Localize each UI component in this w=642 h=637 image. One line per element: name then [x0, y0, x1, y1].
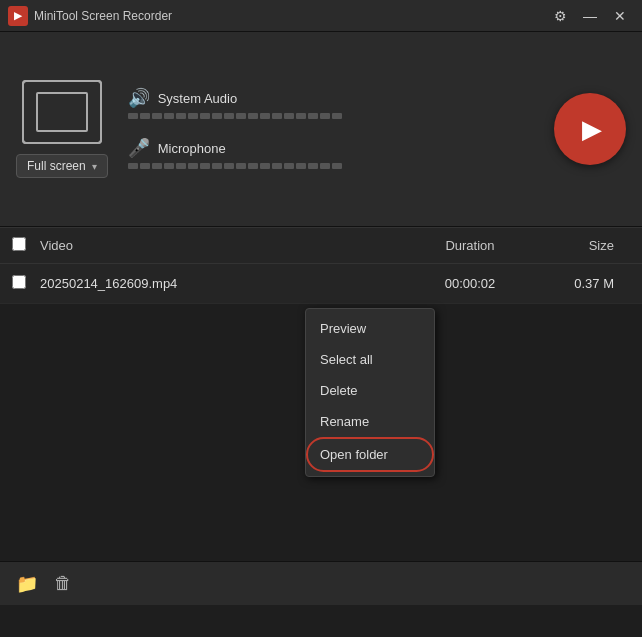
full-screen-label: Full screen [27, 159, 86, 173]
mic-audio-meter [128, 163, 534, 171]
column-header-size: Size [530, 238, 630, 253]
chevron-down-icon: ▾ [92, 161, 97, 172]
table-row[interactable]: 20250214_162609.mp4 00:00:02 0.37 M [0, 264, 642, 304]
open-folder-wrapper: Open folder [306, 437, 434, 472]
microphone-label: Microphone [158, 141, 226, 156]
window-controls: ⚙ — ✕ [546, 4, 634, 28]
record-button[interactable]: ▶ [554, 93, 626, 165]
context-menu-delete[interactable]: Delete [306, 375, 434, 406]
minimize-button[interactable]: — [576, 4, 604, 28]
system-audio-row: 🔊 System Audio [128, 87, 534, 121]
file-list-area: Video Duration Size 20250214_162609.mp4 … [0, 228, 642, 561]
row-checkbox[interactable] [12, 275, 26, 289]
column-header-video: Video [40, 238, 410, 253]
context-menu: Preview Select all Delete Rename Open fo… [305, 308, 435, 477]
close-button[interactable]: ✕ [606, 4, 634, 28]
row-duration: 00:00:02 [410, 276, 530, 291]
title-bar: ▶ MiniTool Screen Recorder ⚙ — ✕ [0, 0, 642, 32]
screen-inner [36, 92, 88, 132]
microphone-header: 🎤 Microphone [128, 137, 534, 159]
app-icon: ▶ [8, 6, 28, 26]
microphone-row: 🎤 Microphone [128, 137, 534, 171]
system-audio-label: System Audio [158, 91, 238, 106]
table-header: Video Duration Size [0, 228, 642, 264]
context-menu-select-all[interactable]: Select all [306, 344, 434, 375]
column-header-duration: Duration [410, 238, 530, 253]
top-panel: Full screen ▾ 🔊 System Audio 🎤 Microphon… [0, 32, 642, 227]
microphone-icon: 🎤 [128, 137, 150, 159]
context-menu-preview[interactable]: Preview [306, 313, 434, 344]
row-filename: 20250214_162609.mp4 [40, 276, 410, 291]
system-audio-meter [128, 113, 534, 121]
context-menu-open-folder[interactable]: Open folder [314, 441, 426, 468]
audio-section: 🔊 System Audio 🎤 Microphone [128, 87, 534, 171]
screen-frame [22, 80, 102, 144]
context-menu-rename[interactable]: Rename [306, 406, 434, 437]
delete-icon[interactable]: 🗑 [54, 573, 72, 594]
select-all-checkbox[interactable] [12, 237, 26, 251]
bottom-bar: 📁 🗑 [0, 561, 642, 605]
app-title: MiniTool Screen Recorder [34, 9, 546, 23]
full-screen-button[interactable]: Full screen ▾ [16, 154, 108, 178]
system-audio-header: 🔊 System Audio [128, 87, 534, 109]
speaker-icon: 🔊 [128, 87, 150, 109]
play-icon: ▶ [582, 114, 602, 145]
capture-section: Full screen ▾ [16, 80, 108, 178]
settings-button[interactable]: ⚙ [546, 4, 574, 28]
open-folder-icon[interactable]: 📁 [16, 573, 38, 595]
row-size: 0.37 M [530, 276, 630, 291]
